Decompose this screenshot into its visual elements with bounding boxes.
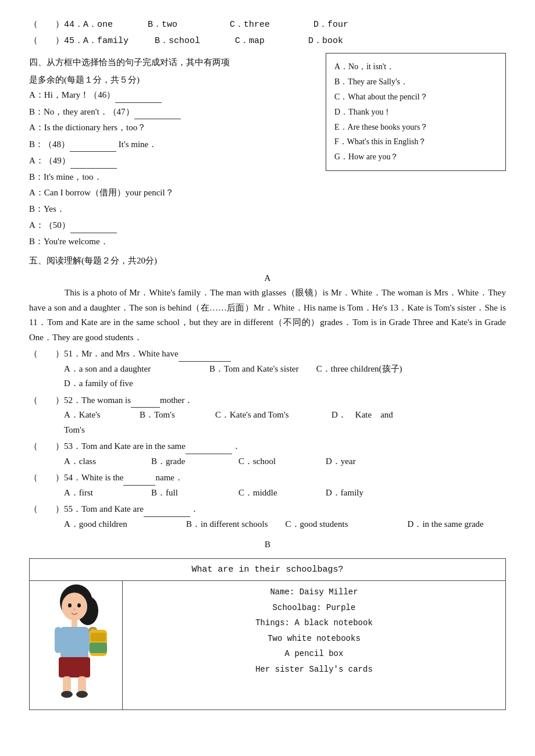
blank-46 [115,87,162,103]
svg-rect-10 [59,657,90,677]
svg-rect-17 [90,643,107,653]
q55-B: B．in different schools [186,517,268,532]
q55-A: A．good children [64,517,169,532]
blank-55 [144,501,190,517]
line-a-borrow: A：Can I borrow（借用）your pencil？ [29,186,506,201]
q53-D: D．year [326,454,356,469]
table-t4: Her sister Sally's cards [129,662,500,677]
line-b-yes: B：Yes． [29,202,506,217]
question-51: （ ）51．Mr．and Mrs．White have A．a son and … [29,346,506,391]
q53-B: B．grade [151,454,221,469]
svg-rect-8 [55,627,62,653]
table-info-cell: Name: Daisy Miller Schoolbag: Purple Thi… [123,581,506,710]
schoolbag-table: What are in their schoolbags? [29,558,506,710]
girl-illustration [38,584,114,701]
line-a50: A：（50） [29,217,506,233]
svg-point-2 [62,593,87,621]
question-45: （ ）45．A．family B．school C．map D．book [29,34,506,49]
question-44: （ ）44．A．one B．two C．three D．four [29,17,506,33]
svg-point-4 [77,604,81,608]
svg-rect-16 [91,633,106,641]
answer-B: B．They are Sally's． [334,74,497,90]
q54-B: B．full [151,486,221,501]
question-52: （ ）52．The woman is mother． A．Kate's B．To… [29,393,506,438]
girl-image-cell [30,581,123,710]
blank-50 [70,217,117,233]
exam-content: （ ）44．A．one B．two C．three D．four （ ）45．A… [29,17,506,710]
table-t3: A pencil box [129,646,500,662]
svg-point-3 [68,604,72,608]
svg-point-13 [61,691,73,698]
q51-B: B．Tom and Kate's sister [209,362,299,377]
q54-D: D．family [326,486,363,501]
question-54: （ ）54．White is the name． A．first B．full … [29,470,506,500]
q55-D: D．in the same grade [408,517,484,532]
q54-C: C．middle [238,486,308,501]
blank-48 [70,137,116,152]
q52-D-cont: Tom's [64,423,506,438]
svg-point-14 [76,691,88,698]
blank-47 [134,104,181,120]
section5-title: 五、阅读理解(每题２分，共20分) [29,254,506,269]
q51-C: C．three children(孩子) [316,362,444,377]
q53-C: C．school [238,454,308,469]
passage-a: This is a photo of Mr．White's family．The… [29,286,506,345]
answer-E: E．Are these books yours？ [334,120,497,135]
answer-A: A．No，it isn't． [334,59,497,74]
q51-A: A．a son and a daughter [64,362,192,377]
q51-D: D．a family of five [64,376,133,391]
svg-rect-7 [60,627,88,659]
table-things: Things: A black notebook [129,615,500,631]
blank-53 [186,438,232,454]
blank-54 [123,470,155,486]
blank-51 [179,346,231,362]
q55-C: C．good students [286,517,390,532]
q52-B: B．Tom's [140,408,204,423]
line-b-mine: B：It's mine，too． [29,170,506,185]
answer-F: F．What's this in English？ [334,134,497,149]
section5: 五、阅读理解(每题２分，共20分) A This is a photo of M… [29,254,506,710]
table-name: Name: Daisy Miller [129,584,500,600]
table-bag: Schoolbag: Purple [129,600,500,616]
blank-49 [70,153,117,169]
table-t2: Two white notebooks [129,631,500,647]
answer-G: G．How are you？ [334,149,497,165]
answer-D: D．Thank you！ [334,105,497,120]
section-a-label: A [29,271,506,286]
svg-point-5 [73,609,76,611]
line-b-welcome: B：You're welcome． [29,234,506,249]
section-b-label: B [29,537,506,552]
q52-D: D． Kate and [331,408,393,423]
svg-rect-6 [72,619,77,627]
q53-A: A．class [64,454,134,469]
question-55: （ ）55．Tom and Kate are ． A．good children… [29,501,506,532]
answer-box: A．No，it isn't． B．They are Sally's． C．Wha… [326,53,506,171]
question-53: （ ）53．Tom and Kate are in the same ． A．c… [29,438,506,469]
q52-C: C．Kate's and Tom's [215,408,320,423]
q52-A: A．Kate's [64,408,128,423]
blank-52 [131,393,160,408]
answer-C: C．What about the pencil？ [334,90,497,105]
q54-A: A．first [64,486,134,501]
table-header: What are in their schoolbags? [30,558,506,581]
